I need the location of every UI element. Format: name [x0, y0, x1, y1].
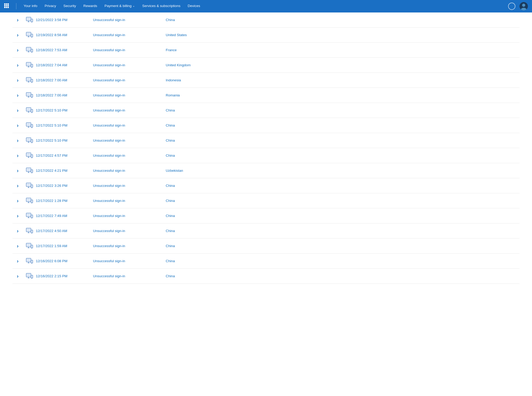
svg-rect-1 — [6, 3, 7, 5]
svg-rect-13 — [27, 18, 30, 20]
svg-rect-41 — [27, 78, 30, 81]
location-cell: China — [166, 154, 520, 157]
table-row[interactable]: 12/16/2022 2:15 PM Unsuccessful sign-in … — [12, 269, 520, 284]
svg-rect-80 — [31, 155, 32, 157]
expand-chevron[interactable] — [12, 228, 23, 234]
table-row[interactable]: 12/17/2022 4:50 AM Unsuccessful sign-in … — [12, 223, 520, 239]
activity-cell: Unsuccessful sign-in — [93, 63, 166, 67]
nav-links: Your infoPrivacySecurityRewardsPayment &… — [21, 0, 508, 12]
location-cell: United Kingdom — [166, 63, 520, 67]
table-row[interactable]: 12/19/2022 8:58 AM Unsuccessful sign-in … — [12, 28, 520, 43]
table-row[interactable]: 12/18/2022 7:00 AM Unsuccessful sign-in … — [12, 88, 520, 103]
svg-rect-122 — [31, 245, 32, 247]
nav-link-services-subscriptions[interactable]: Services & subscriptions — [139, 0, 183, 12]
table-row[interactable]: 12/17/2022 4:21 PM Unsuccessful sign-in … — [12, 163, 520, 178]
expand-chevron[interactable] — [12, 183, 23, 189]
svg-rect-111 — [27, 229, 30, 231]
table-row[interactable]: 12/17/2022 5:10 PM Unsuccessful sign-in … — [12, 133, 520, 148]
sign-in-activity-list: 12/21/2022 3:58 PM Unsuccessful sign-in … — [12, 12, 520, 284]
device-icon-cell — [23, 62, 36, 69]
table-row[interactable]: 12/17/2022 3:26 PM Unsuccessful sign-in … — [12, 178, 520, 193]
nav-link-privacy[interactable]: Privacy — [42, 0, 59, 12]
table-row[interactable]: 12/18/2022 7:04 AM Unsuccessful sign-in … — [12, 58, 520, 73]
svg-rect-101 — [31, 200, 32, 202]
chevron-right-icon — [17, 228, 19, 234]
chevron-right-icon — [17, 243, 19, 249]
table-row[interactable]: 12/17/2022 4:57 PM Unsuccessful sign-in … — [12, 148, 520, 163]
nav-link-payment-billing[interactable]: Payment & billing ⌄ — [101, 0, 138, 12]
datetime-cell: 12/17/2022 4:21 PM — [36, 169, 93, 173]
table-row[interactable]: 12/16/2022 6:08 PM Unsuccessful sign-in … — [12, 254, 520, 269]
expand-chevron[interactable] — [12, 153, 23, 159]
expand-chevron[interactable] — [12, 47, 23, 53]
location-cell: China — [166, 18, 520, 22]
table-row[interactable]: 12/17/2022 7:49 AM Unsuccessful sign-in … — [12, 208, 520, 223]
svg-rect-90 — [27, 183, 30, 186]
table-row[interactable]: 12/17/2022 1:28 PM Unsuccessful sign-in … — [12, 193, 520, 208]
expand-chevron[interactable] — [12, 273, 23, 279]
table-row[interactable]: 12/17/2022 5:10 PM Unsuccessful sign-in … — [12, 103, 520, 118]
activity-cell: Unsuccessful sign-in — [93, 274, 166, 278]
location-cell: Romania — [166, 93, 520, 97]
location-cell: China — [166, 108, 520, 112]
datetime-cell: 12/18/2022 7:53 AM — [36, 48, 93, 52]
table-row[interactable]: 12/18/2022 7:53 AM Unsuccessful sign-in … — [12, 43, 520, 58]
nav-link-security[interactable]: Security — [60, 0, 79, 12]
nav-link-your-info[interactable]: Your info — [21, 0, 41, 12]
datetime-cell: 12/17/2022 7:49 AM — [36, 214, 93, 218]
chevron-right-icon — [17, 273, 19, 279]
svg-rect-132 — [27, 274, 30, 276]
location-cell: China — [166, 214, 520, 218]
nav-link-devices[interactable]: Devices — [185, 0, 203, 12]
device-icon-cell — [23, 212, 36, 220]
chevron-right-icon — [17, 62, 19, 68]
datetime-cell: 12/17/2022 1:59 AM — [36, 244, 93, 248]
activity-cell: Unsuccessful sign-in — [93, 48, 166, 52]
table-row[interactable]: 12/18/2022 7:00 AM Unsuccessful sign-in … — [12, 73, 520, 88]
device-icon-cell — [23, 137, 36, 144]
user-avatar[interactable] — [520, 2, 528, 10]
expand-chevron[interactable] — [12, 258, 23, 264]
grid-icon[interactable] — [4, 3, 9, 9]
svg-rect-8 — [8, 7, 9, 8]
svg-rect-3 — [4, 5, 5, 6]
expand-chevron[interactable] — [12, 168, 23, 174]
activity-cell: Unsuccessful sign-in — [93, 199, 166, 203]
datetime-cell: 12/17/2022 4:50 AM — [36, 229, 93, 233]
expand-chevron[interactable] — [12, 77, 23, 83]
svg-rect-125 — [27, 259, 30, 261]
expand-chevron[interactable] — [12, 122, 23, 128]
expand-chevron[interactable] — [12, 32, 23, 38]
table-row[interactable]: 12/17/2022 5:10 PM Unsuccessful sign-in … — [12, 118, 520, 133]
chevron-right-icon — [17, 258, 19, 264]
chevron-right-icon — [17, 198, 19, 204]
expand-chevron[interactable] — [12, 92, 23, 98]
expand-chevron[interactable] — [12, 62, 23, 68]
svg-rect-52 — [31, 95, 32, 97]
svg-rect-66 — [31, 125, 32, 127]
table-row[interactable]: 12/21/2022 3:58 PM Unsuccessful sign-in … — [12, 12, 520, 28]
device-icon-cell — [23, 31, 36, 39]
expand-chevron[interactable] — [12, 213, 23, 219]
expand-chevron[interactable] — [12, 107, 23, 113]
datetime-cell: 12/17/2022 1:28 PM — [36, 199, 93, 203]
activity-cell: Unsuccessful sign-in — [93, 259, 166, 263]
expand-chevron[interactable] — [12, 17, 23, 23]
datetime-cell: 12/21/2022 3:58 PM — [36, 18, 93, 22]
expand-chevron[interactable] — [12, 243, 23, 249]
svg-rect-129 — [31, 260, 32, 262]
table-row[interactable]: 12/17/2022 1:59 AM Unsuccessful sign-in … — [12, 239, 520, 254]
nav-link-rewards[interactable]: Rewards — [80, 0, 100, 12]
device-icon-cell — [23, 77, 36, 84]
location-cell: China — [166, 229, 520, 233]
expand-chevron[interactable] — [12, 198, 23, 204]
datetime-cell: 12/18/2022 7:00 AM — [36, 78, 93, 82]
svg-rect-2 — [8, 3, 9, 5]
expand-chevron[interactable] — [12, 137, 23, 143]
activity-cell: Unsuccessful sign-in — [93, 184, 166, 188]
svg-rect-31 — [31, 49, 32, 51]
activity-cell: Unsuccessful sign-in — [93, 108, 166, 112]
device-icon-cell — [23, 242, 36, 250]
help-button[interactable] — [508, 3, 515, 10]
location-cell: China — [166, 184, 520, 188]
